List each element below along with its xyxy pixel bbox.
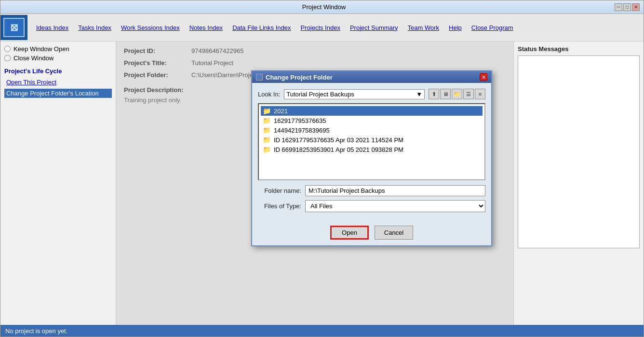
window-behavior-group: Keep Window Open Close Window bbox=[4, 45, 112, 62]
file-item-id-162917[interactable]: 📁 ID 162917795376635 Apr 03 2021 114524 … bbox=[261, 135, 483, 145]
folder-icon: 📁 bbox=[263, 107, 271, 115]
file-name: 1449421975839695 bbox=[274, 127, 330, 134]
close-button[interactable]: ✕ bbox=[632, 3, 640, 11]
menu-item-ideas-index[interactable]: Ideas Index bbox=[31, 22, 73, 33]
file-name: 162917795376635 bbox=[274, 117, 326, 124]
sidebar-link-open-project[interactable]: Open This Project bbox=[4, 78, 112, 87]
folder-icon: 📁 bbox=[263, 136, 271, 144]
menu-item-notes-index[interactable]: Notes Index bbox=[185, 22, 228, 33]
keep-open-radio[interactable] bbox=[4, 46, 11, 52]
sidebar: Keep Window Open Close Window Project's … bbox=[0, 41, 116, 325]
look-in-value: Tutorial Project Backups bbox=[286, 91, 354, 98]
file-name: 2021 bbox=[274, 108, 288, 115]
menu-item-tasks-index[interactable]: Tasks Index bbox=[73, 22, 116, 33]
files-of-type-wrap: All Files bbox=[305, 200, 485, 212]
main-panel: Project ID: 974986467422965 Project's Ti… bbox=[116, 41, 513, 325]
app-logo: ⊠ bbox=[0, 15, 27, 40]
file-item-162917[interactable]: 📁 162917795376635 bbox=[261, 116, 483, 125]
desktop-button[interactable]: 🖥 bbox=[440, 89, 451, 99]
dialog-title: Change Project Folder bbox=[266, 74, 333, 81]
look-in-row: Look In: Tutorial Project Backups ▼ ⬆ 🖥 … bbox=[258, 89, 485, 99]
dialog-footer: Open Cancel bbox=[252, 222, 491, 245]
file-item-2021[interactable]: 📁 2021 bbox=[261, 106, 483, 116]
menu-item-close-program[interactable]: Close Program bbox=[467, 22, 518, 33]
status-bar-text: No project is open yet. bbox=[5, 327, 67, 335]
files-of-type-row: Files of Type: All Files bbox=[258, 200, 485, 212]
folder-name-row: Folder name: bbox=[258, 185, 485, 196]
window-controls: ─ □ ✕ bbox=[615, 3, 640, 11]
folder-name-label: Folder name: bbox=[258, 187, 301, 194]
cancel-button[interactable]: Cancel bbox=[375, 226, 413, 240]
dialog-close-button[interactable]: ✕ bbox=[480, 73, 487, 81]
details-view-button[interactable]: ≡ bbox=[475, 89, 485, 99]
logo-symbol: ⊠ bbox=[10, 22, 18, 33]
menu-bar: ⊠ Ideas Index Tasks Index Work Sessions … bbox=[0, 14, 644, 41]
status-panel-title: Status Messages bbox=[518, 45, 640, 53]
lifecycle-section-title: Project's Life Cycle bbox=[4, 67, 112, 75]
file-name: ID 162917795376635 Apr 03 2021 114524 PM bbox=[274, 136, 403, 144]
title-bar: Project Window ─ □ ✕ bbox=[0, 0, 644, 14]
file-name: ID 669918253953901 Apr 05 2021 093828 PM bbox=[274, 146, 403, 153]
menu-item-team-work[interactable]: Team Work bbox=[403, 22, 444, 33]
restore-button[interactable]: □ bbox=[623, 3, 631, 11]
files-of-type-select[interactable]: All Files bbox=[305, 200, 485, 212]
menu-item-project-summary[interactable]: Project Summary bbox=[345, 22, 403, 33]
look-in-arrow-icon: ▼ bbox=[416, 91, 422, 98]
look-in-label: Look In: bbox=[258, 91, 280, 98]
navigate-up-button[interactable]: ⬆ bbox=[429, 89, 439, 99]
menu-item-help[interactable]: Help bbox=[444, 22, 467, 33]
status-panel: Status Messages bbox=[513, 41, 644, 325]
dialog-title-bar: Change Project Folder ✕ bbox=[252, 71, 491, 83]
close-window-label: Close Window bbox=[13, 54, 54, 62]
look-in-tools: ⬆ 🖥 📁 ☰ ≡ bbox=[429, 89, 485, 99]
keep-open-label: Keep Window Open bbox=[13, 45, 69, 53]
look-in-select[interactable]: Tutorial Project Backups ▼ bbox=[284, 89, 425, 99]
status-bar: No project is open yet. bbox=[0, 325, 644, 337]
change-project-folder-dialog: Change Project Folder ✕ Look In: Tutoria… bbox=[251, 70, 492, 246]
keep-open-option[interactable]: Keep Window Open bbox=[4, 45, 112, 53]
menu-items-container: Ideas Index Tasks Index Work Sessions In… bbox=[31, 22, 518, 33]
menu-item-projects-index[interactable]: Projects Index bbox=[296, 22, 345, 33]
minimize-button[interactable]: ─ bbox=[615, 3, 622, 11]
menu-item-data-file-links-index[interactable]: Data File Links Index bbox=[228, 22, 295, 33]
menu-item-work-sessions-index[interactable]: Work Sessions Index bbox=[116, 22, 185, 33]
status-messages-box bbox=[518, 55, 640, 248]
folder-icon: 📁 bbox=[263, 126, 271, 134]
close-window-radio[interactable] bbox=[4, 55, 11, 61]
files-of-type-label: Files of Type: bbox=[258, 202, 301, 210]
folder-name-input[interactable] bbox=[305, 185, 485, 196]
close-window-option[interactable]: Close Window bbox=[4, 54, 112, 62]
main-window: Project Window ─ □ ✕ ⊠ Ideas Index Tasks… bbox=[0, 0, 644, 337]
open-button[interactable]: Open bbox=[330, 226, 369, 240]
file-list[interactable]: 📁 2021 📁 162917795376635 📁 1449421975839… bbox=[258, 103, 485, 180]
sidebar-link-change-folder[interactable]: Change Project Folder's Location bbox=[4, 89, 112, 98]
content-area: Keep Window Open Close Window Project's … bbox=[0, 41, 644, 325]
new-folder-button[interactable]: 📁 bbox=[452, 89, 462, 99]
folder-icon: 📁 bbox=[263, 146, 271, 153]
list-view-button[interactable]: ☰ bbox=[463, 89, 474, 99]
dialog-icon bbox=[256, 74, 263, 81]
file-item-id-669918[interactable]: 📁 ID 669918253953901 Apr 05 2021 093828 … bbox=[261, 145, 483, 154]
dialog-overlay: Change Project Folder ✕ Look In: Tutoria… bbox=[116, 41, 513, 325]
dialog-body: Look In: Tutorial Project Backups ▼ ⬆ 🖥 … bbox=[252, 83, 491, 222]
folder-icon: 📁 bbox=[263, 117, 271, 124]
file-item-1449421[interactable]: 📁 1449421975839695 bbox=[261, 125, 483, 135]
window-title: Project Window bbox=[33, 3, 615, 11]
